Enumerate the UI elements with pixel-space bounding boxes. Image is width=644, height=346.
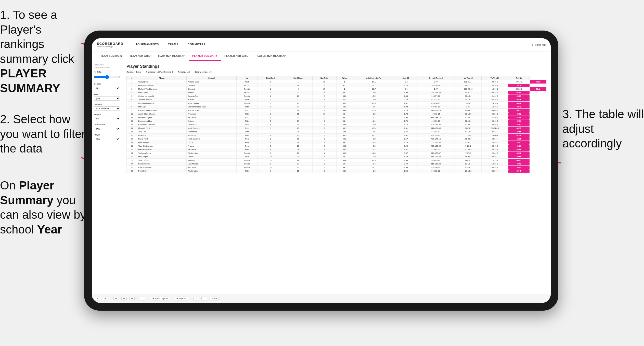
cell-16-10: 406-172-16 [417,137,455,141]
cell-0-8: 67.1 [353,80,395,84]
cell-24-11: 26-23-1 [455,166,482,169]
cell-1-12: 35-16-4 [482,84,508,87]
cell-3-0: 4 [127,91,137,94]
cell-7-1: Mats Ege [137,105,187,109]
cell-4-10: 533-57-16 [417,94,455,98]
cell-3-12: 65-54-6 [482,91,508,94]
cell-8-1: Preston Summerhays [137,109,187,112]
cell-24-3: Fourth [236,166,257,169]
sign-out-link[interactable]: Sign out [535,43,546,46]
cell-13-5: 23 [284,127,312,130]
cell-17-13: 38.47 [508,141,530,144]
cell-23-8: -1.7 [353,162,395,166]
cell-11-1: Brendan Valdes [137,119,187,123]
fullscreen-btn[interactable]: ⛶ [201,297,207,300]
cell-7-7: 68.3 [336,105,353,109]
cell-5-7: 67.3 [336,98,353,102]
view-btn[interactable]: 👁 View: Original [151,297,169,300]
cell-13-12: 51-91-10 [482,127,508,130]
refresh-btn[interactable]: ↻ [140,297,145,300]
cell-3-6: 2 [312,91,336,94]
share-btn[interactable]: Share [210,297,218,300]
cell-17-0: 18 [127,141,137,144]
redo-btn[interactable]: ↪ [103,297,108,300]
cell-5-13: 58.18 [508,98,530,102]
cell-2-14: 73.1 [530,87,547,91]
nav-committee[interactable]: COMMITTEE [183,38,210,51]
division-label: Division [94,103,120,105]
year-select[interactable]: (All) First Second Third Fourth Fifth [94,96,120,101]
cell-19-12: 49-35-9 [482,148,508,151]
no-rds-slider[interactable] [94,75,120,79]
conference-select[interactable]: (All) [94,127,120,131]
nav-teams[interactable]: TEAMS [163,38,183,51]
division-select[interactable]: NCAA Division I [94,106,120,111]
copy-btn[interactable]: ⊞ [113,297,119,300]
cell-4-1: Christo Lamprecht [137,94,187,98]
cell-25-5: 25 [284,169,312,173]
cell-7-0: 8 [127,105,137,109]
gender-select[interactable]: Men Women [94,86,120,90]
table-row: 9Preston SummerhaysArizona StateThird324… [127,109,547,112]
cell-7-12: 12-18-3 [482,105,508,109]
cell-3-2: Florida [187,91,237,94]
cell-13-4: 3 [257,127,284,130]
cell-4-11: 27-10-2 [455,94,482,98]
cell-6-2: North Florida [187,102,237,105]
cell-17-12: 23-58-0 [482,141,508,144]
cell-1-1: Michael Le Sasso [137,84,187,87]
cell-20-2: Washington [187,151,237,155]
cell-15-10: 467-29-23 [417,134,455,137]
cell-23-1: Bastien Amat [137,162,187,166]
annotation-1-text: 1. To see a Player's rankings summary cl… [0,8,87,95]
cell-14-5: 28 [284,130,312,134]
cell-12-7: 69.0 [336,123,353,127]
cell-14-8: -1.5 [353,130,395,134]
tab-player-summary[interactable]: PLAYER SUMMARY [189,51,221,61]
filter-region: Region: All [178,71,190,73]
region-select[interactable]: N/A [94,117,120,121]
player-select[interactable]: (All) [94,137,120,141]
table-row: 26Petr HrubyWashingtonFifth725068.6-1.61… [127,169,547,173]
cell-10-2: Vanderbilt [187,116,237,119]
cell-24-10: 452-96-12 [417,166,455,169]
cell-12-1: Phichaksn Maichon [137,123,187,127]
cell-15-0: 16 [127,134,137,137]
col-no-rds: No. Rds. [312,76,336,80]
tab-player-h2h-grid[interactable]: PLAYER H2H GRID [221,51,252,61]
cell-25-0: 26 [127,169,137,173]
cell-18-2: Arizona [187,144,237,148]
watch-btn[interactable]: 👁 Watch ▾ [175,297,188,300]
cell-23-11: 10-15-1 [455,162,482,166]
settings-btn[interactable]: ⚙ [129,297,135,300]
tab-team-h2h-grid[interactable]: TEAM H2H GRID [126,51,154,61]
logo-sub: Powered by clippi [97,45,123,48]
cell-15-7: 68.3 [336,134,353,137]
paste-btn[interactable]: ⊟ [121,297,127,300]
cell-5-11: 28-12-7 [455,98,482,102]
sidebar-year: Year (All) First Second Third Fourth Fif… [94,93,120,101]
cell-20-0: 21 [127,151,137,155]
cell-3-13: 68.04 [508,91,530,94]
download-btn[interactable]: ⬇ [194,297,199,300]
cell-20-7: 69.3 [336,151,353,155]
cell-10-9: 1.50 [395,116,417,119]
cell-11-9: 1.79 [395,119,417,123]
cell-20-5: 23 [284,151,312,155]
cell-6-7: 68.2 [336,102,353,105]
table-row: 16Alex GoffKentuckyFifth819068.3-1.71.92… [127,134,547,137]
cell-15-9: 1.92 [395,134,417,137]
tab-team-h2h-heatmap[interactable]: TEAM H2H HEATMAP [154,51,189,61]
cell-8-13: 46.77 [508,109,530,112]
cell-9-1: Jacob Skov Olesen [137,112,187,116]
tab-team-summary[interactable]: TEAM SUMMARY [97,51,126,61]
tab-player-h2h-heatmap[interactable]: PLAYER H2H HEATMAP [252,51,290,61]
separator-1 [111,296,111,301]
undo-btn[interactable]: ↩ [95,297,100,300]
nav-tournaments[interactable]: TOURNAMENTS [131,38,163,51]
cell-18-12: 24-45-1 [482,144,508,148]
cell-16-4: 9 [257,137,284,141]
cell-22-2: Missouri [187,159,237,162]
cell-21-5: 24 [284,155,312,159]
cell-22-4: 11 [257,159,284,162]
